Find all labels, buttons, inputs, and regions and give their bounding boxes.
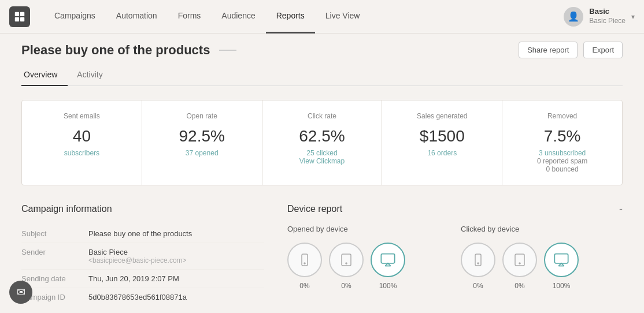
stat-open-rate-link[interactable]: 37 opened	[186, 149, 219, 157]
avatar-icon: 👤	[568, 11, 579, 22]
stat-sales: Sales generated $1500 16 orders	[382, 100, 502, 185]
nav-automation[interactable]: Automation	[106, 0, 168, 33]
desktop-clicked-icon	[553, 252, 569, 268]
info-key-sending-date: Sending date	[21, 274, 79, 283]
stat-removed-sub1: 0 reported spam	[537, 157, 587, 165]
clicked-desktop-item: 100%	[544, 243, 579, 290]
nav-live-view[interactable]: Live View	[315, 0, 371, 33]
device-report-title: Device report	[287, 204, 342, 214]
svg-point-7	[346, 263, 347, 264]
opened-by-device-col: Opened by device 0%	[287, 225, 449, 290]
stat-open-rate-label: Open rate	[187, 112, 217, 120]
stat-sales-link[interactable]: 16 orders	[427, 149, 457, 157]
stats-row: Sent emails 40 subscribers Open rate 92.…	[21, 100, 623, 185]
stat-sent-emails-value: 40	[73, 127, 91, 146]
tab-activity[interactable]: Activity	[75, 64, 113, 86]
stat-removed-sub2: 0 bounced	[546, 165, 579, 173]
stat-click-rate: Click rate 62.5% 25 clicked View Clickma…	[262, 100, 383, 185]
clicked-tablet-pct: 0%	[515, 282, 524, 290]
chat-fab[interactable]: ✉	[9, 281, 32, 304]
share-report-button[interactable]: Share report	[519, 42, 578, 58]
tabs: Overview Activity	[21, 64, 623, 86]
info-val-sender: Basic Piece <basicpiece@basic-piece.com>	[88, 248, 264, 264]
user-dropdown-arrow[interactable]: ▾	[631, 13, 635, 21]
opened-tablet-item: 0%	[329, 243, 364, 290]
tablet-clicked-icon	[513, 253, 527, 267]
stat-sent-emails-link[interactable]: subscribers	[64, 149, 99, 157]
nav-reports[interactable]: Reports	[266, 0, 315, 33]
clicked-icons-row: 0% 0%	[461, 243, 623, 290]
clicked-by-device-col: Clicked by device 0%	[461, 225, 623, 290]
bottom-section: Campaign information Subject Please buy …	[21, 204, 623, 306]
stat-click-rate-link[interactable]: 25 clicked	[306, 149, 337, 157]
stat-open-rate-value: 92.5%	[179, 127, 224, 146]
device-report-header: Device report -	[287, 204, 623, 214]
stat-removed-label: Removed	[547, 112, 577, 120]
info-table: Subject Please buy one of the products S…	[21, 225, 264, 306]
opened-mobile-pct: 0%	[299, 282, 309, 290]
title-divider	[219, 50, 236, 51]
opened-mobile-icon	[287, 243, 322, 277]
chat-icon: ✉	[17, 286, 25, 299]
page-body: Please buy one of the products Share rep…	[10, 33, 634, 306]
stat-sent-emails-label: Sent emails	[64, 112, 100, 120]
opened-mobile-item: 0%	[287, 243, 322, 290]
info-row-sending-date: Sending date Thu, Jun 20, 2019 2:07 PM	[21, 270, 264, 288]
navbar-right: 👤 Basic Basic Piece ▾	[564, 7, 635, 27]
nav-links: Campaigns Automation Forms Audience Repo…	[44, 0, 564, 33]
page-title-row: Please buy one of the products Share rep…	[21, 33, 623, 64]
tab-overview[interactable]: Overview	[21, 64, 68, 86]
info-val-subject: Please buy one of the products	[88, 229, 264, 238]
device-report: Device report - Opened by device	[287, 204, 623, 306]
svg-point-11	[478, 263, 479, 264]
avatar[interactable]: 👤	[564, 7, 583, 27]
sender-email: <basicpiece@basic-piece.com>	[88, 256, 264, 264]
clicked-mobile-item: 0%	[461, 243, 495, 290]
info-key-sender: Sender	[21, 248, 79, 264]
user-sub: Basic Piece	[589, 17, 626, 26]
stat-click-rate-viewmap[interactable]: View Clickmap	[299, 157, 345, 165]
stat-removed: Removed 7.5% 3 unsubscribed 0 reported s…	[502, 100, 622, 185]
device-report-collapse[interactable]: -	[619, 204, 623, 214]
clicked-tablet-icon	[502, 243, 537, 277]
nav-campaigns[interactable]: Campaigns	[44, 0, 106, 33]
desktop-icon	[380, 252, 396, 268]
campaign-info: Campaign information Subject Please buy …	[21, 204, 264, 306]
svg-rect-1	[20, 12, 24, 16]
svg-point-5	[304, 263, 305, 264]
svg-point-13	[519, 263, 520, 264]
stat-sales-label: Sales generated	[417, 112, 467, 120]
opened-tablet-pct: 0%	[341, 282, 351, 290]
stat-click-rate-label: Click rate	[308, 112, 336, 120]
logo[interactable]	[9, 6, 30, 27]
nav-forms[interactable]: Forms	[168, 0, 212, 33]
svg-rect-3	[20, 17, 24, 21]
clicked-desktop-icon	[544, 243, 579, 277]
page-title: Please buy one of the products	[21, 43, 210, 58]
device-columns: Opened by device 0%	[287, 225, 623, 290]
info-row-subject: Subject Please buy one of the products	[21, 225, 264, 243]
clicked-mobile-icon	[461, 243, 495, 277]
mobile-clicked-icon	[471, 253, 485, 267]
stat-sent-emails: Sent emails 40 subscribers	[22, 100, 142, 185]
stat-removed-link[interactable]: 3 unsubscribed	[539, 149, 586, 157]
nav-audience[interactable]: Audience	[211, 0, 265, 33]
opened-by-device-title: Opened by device	[287, 225, 449, 233]
export-button[interactable]: Export	[583, 42, 623, 58]
stat-removed-value: 7.5%	[544, 127, 581, 146]
campaign-info-title: Campaign information	[21, 204, 264, 214]
clicked-tablet-item: 0%	[502, 243, 537, 290]
opened-icons-row: 0% 0%	[287, 243, 449, 290]
sender-name: Basic Piece	[88, 248, 264, 256]
navbar: Campaigns Automation Forms Audience Repo…	[0, 0, 644, 33]
svg-rect-2	[15, 17, 19, 21]
info-val-sending-date: Thu, Jun 20, 2019 2:07 PM	[88, 274, 264, 283]
svg-rect-14	[554, 254, 568, 263]
opened-tablet-icon	[329, 243, 364, 277]
info-row-campaign-id: Campaign ID 5d0b83678653ed561f08871a	[21, 288, 264, 306]
stat-click-rate-value: 62.5%	[299, 127, 345, 146]
logo-icon	[13, 10, 26, 23]
stat-open-rate: Open rate 92.5% 37 opened	[142, 100, 262, 185]
user-info: Basic Basic Piece	[589, 7, 626, 25]
svg-rect-0	[15, 12, 19, 16]
